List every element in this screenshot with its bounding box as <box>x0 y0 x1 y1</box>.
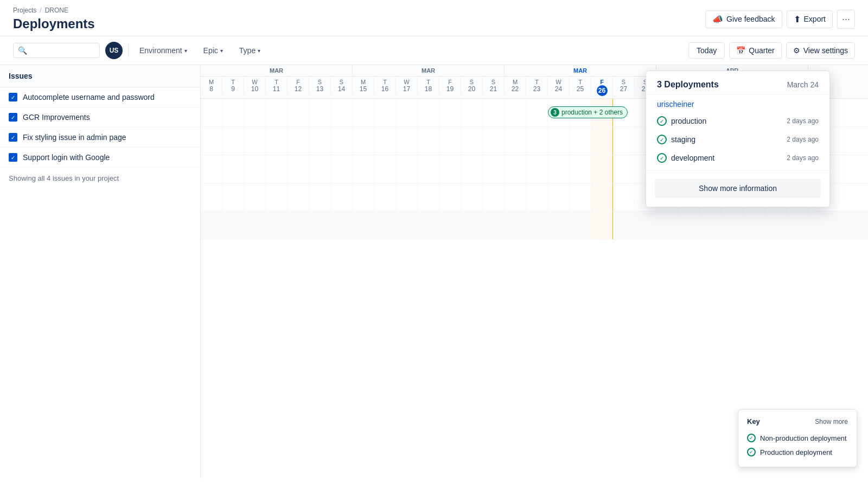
grid-cell <box>526 212 548 239</box>
popup-divider <box>646 170 829 171</box>
day-col-today: F26 <box>591 77 613 98</box>
day-col: T9 <box>222 77 244 95</box>
issues-panel: Issues Autocomplete username and passwor… <box>0 65 201 478</box>
type-filter[interactable]: Type ▾ <box>234 43 266 58</box>
grid-cell <box>591 212 613 239</box>
issue-checkbox[interactable] <box>9 93 17 101</box>
month-label-mar2: MAR <box>353 65 505 77</box>
megaphone-icon: 📣 <box>712 14 723 24</box>
settings-icon: ⚙ <box>793 46 800 55</box>
grid-cell <box>266 155 288 183</box>
issue-checkbox[interactable] <box>9 133 17 142</box>
day-col: S13 <box>309 77 331 95</box>
export-label: Export <box>804 15 826 23</box>
today-button[interactable]: Today <box>688 42 725 59</box>
environment-filter[interactable]: Environment ▾ <box>134 43 193 58</box>
grid-cell <box>374 99 396 126</box>
grid-cell <box>353 212 374 239</box>
grid-cell <box>570 127 591 155</box>
quarter-button[interactable]: 📅 Quarter <box>729 42 781 59</box>
show-more-button[interactable]: Show more information <box>655 179 821 198</box>
env-time-development: 2 days ago <box>787 154 819 162</box>
grid-cell <box>222 127 244 155</box>
issue-text: Autocomplete username and password <box>23 93 155 101</box>
popup-user[interactable]: urischeiner <box>646 94 829 112</box>
issues-header: Issues <box>0 65 200 87</box>
grid-cell <box>309 183 331 211</box>
grid-cell <box>396 127 418 155</box>
grid-cell <box>396 155 418 183</box>
issue-item[interactable]: Support login with Google <box>0 148 200 168</box>
grid-cell <box>374 155 396 183</box>
grid-cell <box>461 155 483 183</box>
grid-cell <box>787 212 808 239</box>
legend-title: Key <box>747 417 760 426</box>
month-group-mar1: MAR M8 T9 W10 T11 F12 S13 S14 <box>201 65 353 98</box>
grid-cell <box>439 212 461 239</box>
grid-cell <box>591 155 613 183</box>
grid-cell <box>418 212 439 239</box>
popup-footer: Show more information <box>646 174 829 207</box>
issue-item[interactable]: Autocomplete username and password <box>0 87 200 107</box>
grid-cell <box>483 183 505 211</box>
search-input[interactable] <box>30 46 95 55</box>
issue-item[interactable]: Fix styling issue in admin page <box>0 128 200 148</box>
legend-show-more[interactable]: Show more <box>815 418 848 426</box>
grid-cell <box>309 212 331 239</box>
day-col: T16 <box>374 77 396 95</box>
env-left: ✓ production <box>657 116 706 126</box>
feedback-label: Give feedback <box>726 15 775 23</box>
more-options-button[interactable]: ··· <box>837 10 855 29</box>
grid-cell <box>288 183 309 211</box>
legend: Key Show more ✓ Non-production deploymen… <box>738 409 857 467</box>
feedback-button[interactable]: 📣 Give feedback <box>705 10 782 28</box>
grid-cell <box>483 212 505 239</box>
grid-cell <box>678 212 700 239</box>
days-row-mar3: M22 T23 W24 T25 F26 S27 S28 <box>505 77 656 98</box>
month-group-mar3: MAR M22 T23 W24 T25 F26 S27 S28 <box>505 65 656 98</box>
deployment-badge[interactable]: 3 production + 2 others <box>548 106 628 118</box>
calendar-icon: 📅 <box>736 46 745 55</box>
breadcrumb-projects[interactable]: Projects <box>13 7 36 14</box>
legend-item-production: ✓ Production deployment <box>747 445 848 459</box>
epic-filter[interactable]: Epic ▾ <box>198 43 228 58</box>
search-icon: 🔍 <box>18 46 27 55</box>
grid-cell <box>331 183 353 211</box>
grid-cell <box>244 127 266 155</box>
export-button[interactable]: ⬆ Export <box>787 10 833 28</box>
grid-cell <box>505 212 526 239</box>
grid-cell <box>353 127 374 155</box>
grid-cell <box>526 127 548 155</box>
check-green-icon: ✓ <box>657 153 667 163</box>
issue-checkbox[interactable] <box>9 113 17 122</box>
view-settings-button[interactable]: ⚙ View settings <box>786 42 855 59</box>
legend-header: Key Show more <box>747 417 848 426</box>
legend-check-icon: ✓ <box>747 434 756 442</box>
grid-cell <box>353 183 374 211</box>
env-time-staging: 2 days ago <box>787 136 819 143</box>
grid-cell <box>570 155 591 183</box>
breadcrumb-current[interactable]: DRONE <box>45 7 68 14</box>
day-col: S20 <box>461 77 483 95</box>
grid-cell <box>700 212 722 239</box>
grid-cell <box>613 212 635 239</box>
popup-title: 3 Deployments <box>657 80 719 90</box>
grid-cell <box>483 155 505 183</box>
issue-text: GCR Improvements <box>23 113 90 122</box>
search-box[interactable]: 🔍 <box>13 43 100 58</box>
badge-label: production + 2 others <box>561 109 623 116</box>
settings-label: View settings <box>803 46 848 55</box>
issue-checkbox[interactable] <box>9 153 17 162</box>
grid-cell <box>461 183 483 211</box>
toolbar-left: 🔍 US Environment ▾ Epic ▾ Type ▾ <box>13 42 266 59</box>
grid-cell <box>418 99 439 126</box>
env-name-development: development <box>671 154 714 162</box>
legend-item-non-production: ✓ Non-production deployment <box>747 431 848 445</box>
avatar[interactable]: US <box>105 42 123 59</box>
grid-cell <box>548 183 570 211</box>
grid-cell <box>505 155 526 183</box>
grid-cell <box>201 212 222 239</box>
issue-item[interactable]: GCR Improvements <box>0 107 200 128</box>
grid-cell <box>288 155 309 183</box>
grid-cell <box>570 183 591 211</box>
